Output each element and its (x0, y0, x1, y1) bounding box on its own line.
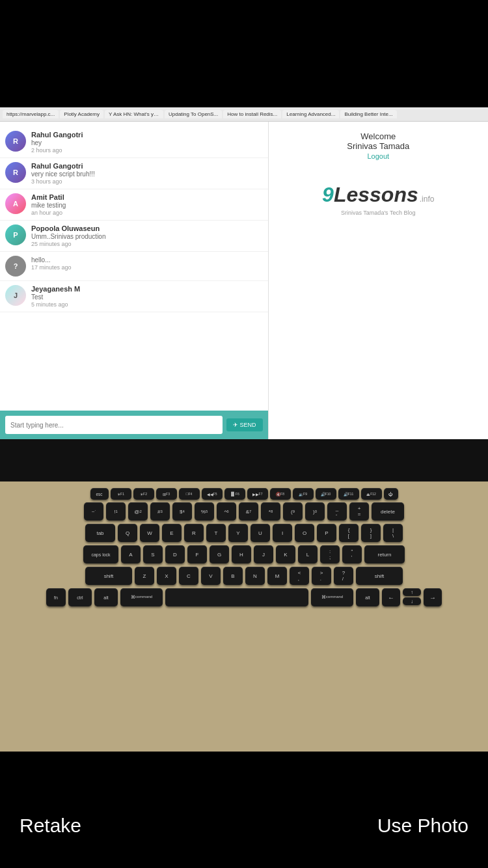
tab-4[interactable]: Updating To OpenS... (165, 110, 222, 118)
key-f3[interactable]: ⊞F3 (156, 488, 177, 500)
retake-button[interactable]: Retake (20, 815, 81, 837)
key-rbracket[interactable]: }] (361, 524, 381, 542)
key-m[interactable]: M (267, 567, 287, 585)
messages-area[interactable]: R Rahul Gangotri hey 2 hours ago R Rahul… (0, 122, 268, 411)
key-semicolon[interactable]: :; (320, 545, 340, 563)
key-4[interactable]: $4 (172, 502, 192, 521)
key-backtick[interactable]: ~` (84, 502, 103, 521)
key-0[interactable]: )0 (305, 502, 325, 521)
message-input[interactable] (5, 416, 223, 434)
key-j[interactable]: J (254, 545, 273, 563)
brand-tagline: Srinivas Tamada's Tech Blog (341, 210, 415, 216)
key-f5[interactable]: ◀◀F5 (202, 488, 223, 500)
key-arrow-down[interactable]: ↓ (403, 597, 421, 605)
key-x[interactable]: X (157, 567, 176, 585)
key-s[interactable]: S (143, 545, 163, 563)
list-item[interactable]: ? hello... 17 minutes ago (0, 252, 268, 281)
key-c[interactable]: C (179, 567, 198, 585)
key-2[interactable]: @2 (128, 502, 148, 521)
key-q[interactable]: Q (118, 524, 137, 542)
key-f2[interactable]: ☀F2 (133, 488, 154, 500)
key-h[interactable]: H (232, 545, 251, 563)
list-item[interactable]: R Rahul Gangotri hey 2 hours ago (0, 127, 268, 158)
key-f12[interactable]: ⏏F12 (361, 488, 382, 500)
key-arrow-left[interactable]: ← (382, 588, 400, 606)
key-y[interactable]: Y (228, 524, 248, 542)
key-minus[interactable]: _- (327, 502, 347, 521)
key-arrow-up[interactable]: ↑ (403, 588, 421, 596)
key-tab[interactable]: tab (85, 524, 115, 542)
key-w[interactable]: W (140, 524, 159, 542)
key-alt-right[interactable]: alt (356, 588, 379, 606)
key-period[interactable]: >. (312, 567, 331, 585)
key-r[interactable]: R (184, 524, 204, 542)
key-space[interactable] (165, 588, 308, 606)
key-lbracket[interactable]: {[ (339, 524, 359, 542)
tab-6[interactable]: Learning Advanced... (282, 110, 339, 118)
key-comma[interactable]: <, (290, 567, 309, 585)
key-l[interactable]: L (298, 545, 318, 563)
logout-button[interactable]: Logout (367, 152, 389, 160)
key-rshift[interactable]: shift (356, 567, 403, 585)
key-esc[interactable]: esc (90, 488, 109, 500)
brand-name: Lessons (334, 183, 418, 207)
key-quote[interactable]: "' (342, 545, 362, 563)
key-1[interactable]: !1 (106, 502, 126, 521)
key-cmd-right[interactable]: ⌘command (311, 588, 353, 606)
key-u[interactable]: U (251, 524, 270, 542)
tab-7[interactable]: Building Better Inte... (340, 110, 396, 118)
key-f6[interactable]: ▐▌F6 (224, 488, 245, 500)
key-a[interactable]: A (121, 545, 141, 563)
list-item[interactable]: J Jeyaganesh M Test 5 minutes ago (0, 281, 268, 312)
list-item[interactable]: R Rahul Gangotri very nice script bruh!!… (0, 158, 268, 189)
key-t[interactable]: T (206, 524, 226, 542)
list-item[interactable]: A Amit Patil mike testing an hour ago (0, 189, 268, 221)
tab-2[interactable]: Plotly Academy (60, 110, 103, 118)
key-d[interactable]: D (165, 545, 185, 563)
key-f11[interactable]: 🔊F11 (338, 488, 359, 500)
brand-logo: 9 Lessons .info (322, 183, 434, 207)
key-power[interactable]: ⏻ (384, 488, 398, 500)
key-f[interactable]: F (187, 545, 207, 563)
key-g[interactable]: G (210, 545, 229, 563)
key-caps[interactable]: caps lock (83, 545, 118, 563)
key-arrow-right[interactable]: → (424, 588, 442, 606)
key-backslash[interactable]: |\ (383, 524, 403, 542)
key-ctrl[interactable]: ctrl (68, 588, 92, 606)
key-fn[interactable]: fn (46, 588, 66, 606)
key-delete[interactable]: delete (372, 502, 404, 521)
key-f4[interactable]: □F4 (179, 488, 200, 500)
key-cmd-left[interactable]: ⌘command (120, 588, 163, 606)
list-item[interactable]: P Popoola Oluwaseun Umm..Srinivas produc… (0, 221, 268, 252)
use-photo-button[interactable]: Use Photo (377, 815, 468, 837)
key-8[interactable]: *8 (261, 502, 280, 521)
key-f9[interactable]: 🔉F9 (293, 488, 314, 500)
key-7[interactable]: &7 (239, 502, 258, 521)
key-lshift[interactable]: shift (85, 567, 132, 585)
key-z[interactable]: Z (135, 567, 154, 585)
key-o[interactable]: O (295, 524, 314, 542)
key-b[interactable]: B (223, 567, 243, 585)
key-6[interactable]: ^6 (217, 502, 236, 521)
send-button[interactable]: ✈ SEND (226, 418, 263, 431)
key-f10[interactable]: 🔊F10 (316, 488, 336, 500)
key-n[interactable]: N (245, 567, 265, 585)
tab-1[interactable]: https://marvelapp.c... (3, 110, 59, 118)
key-alt-left[interactable]: alt (94, 588, 118, 606)
key-3[interactable]: #3 (150, 502, 170, 521)
key-f1[interactable]: ☀F1 (111, 488, 131, 500)
key-9[interactable]: (9 (283, 502, 303, 521)
key-equals[interactable]: += (349, 502, 369, 521)
tab-3[interactable]: Y Ask HN: What's you... (105, 110, 163, 118)
key-e[interactable]: E (162, 524, 182, 542)
key-i[interactable]: I (273, 524, 292, 542)
key-5[interactable]: %5 (195, 502, 214, 521)
tab-5[interactable]: How to install Redis... (223, 110, 281, 118)
key-v[interactable]: V (201, 567, 221, 585)
key-f7[interactable]: ▶▶F7 (247, 488, 268, 500)
key-k[interactable]: K (276, 545, 295, 563)
key-return[interactable]: return (364, 545, 405, 563)
key-f8[interactable]: 🔇F8 (270, 488, 291, 500)
key-p[interactable]: P (317, 524, 336, 542)
key-slash[interactable]: ?/ (334, 567, 353, 585)
